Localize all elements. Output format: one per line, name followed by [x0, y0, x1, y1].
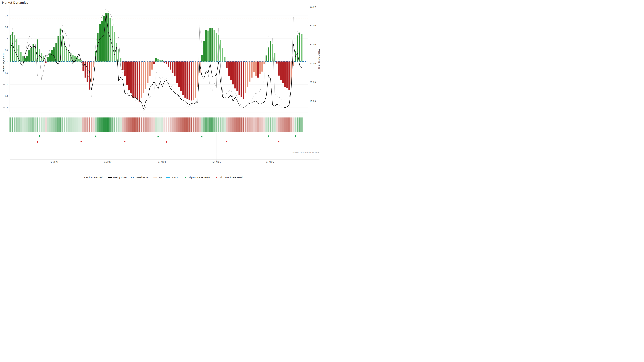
gridlines	[10, 6, 320, 160]
legend-item-bottom: Bottom	[166, 176, 179, 179]
legend-label: Bottom	[172, 176, 179, 179]
legend-label: Flip Up (Red→Green)	[189, 176, 210, 179]
legend-marker-raw-icon	[79, 176, 83, 179]
legend-label: Raw (unsmoothed)	[84, 176, 103, 179]
right-axis-label: Weekly Close Price	[318, 49, 320, 69]
page-title: Market Dynamics	[2, 1, 28, 4]
svg-text:−0.4: −0.4	[3, 83, 8, 86]
svg-text:−0.6: −0.6	[3, 95, 8, 97]
legend-item-raw: Raw (unsmoothed)	[79, 176, 103, 179]
svg-text:60.00: 60.00	[310, 5, 316, 8]
legend-label: Weekly Close	[113, 176, 126, 179]
svg-text:40.00: 40.00	[310, 43, 316, 46]
flip-down-markers	[36, 141, 280, 143]
svg-text:10.00: 10.00	[310, 100, 316, 102]
legend-label: Baseline (0)	[136, 176, 148, 179]
oscillator-bars	[10, 13, 302, 102]
heatmap-strip	[10, 117, 303, 132]
svg-text:20.00: 20.00	[310, 81, 316, 83]
x-axis: Jul 2023Jan 2024Jul 2024Jan 2025Jul 2025	[50, 133, 274, 163]
svg-text:0.4: 0.4	[5, 37, 8, 40]
legend-marker-flipdown-icon	[214, 176, 218, 179]
right-axis-ticks: 60.0050.0040.0030.0020.0010.00	[310, 5, 316, 102]
legend-marker-bottom-icon	[166, 176, 170, 179]
svg-text:0.6: 0.6	[5, 26, 8, 28]
legend-marker-top-icon	[153, 176, 157, 179]
svg-text:50.00: 50.00	[310, 24, 316, 27]
svg-text:−0.2: −0.2	[3, 72, 8, 74]
svg-text:0: 0	[7, 60, 8, 63]
legend-label: Flip Down (Green→Red)	[220, 176, 243, 179]
legend-item-top: Top	[153, 176, 162, 179]
svg-text:−0.8: −0.8	[3, 106, 8, 109]
legend-item-baseline: Baseline (0)	[131, 176, 148, 179]
x-tick-label: Jul 2024	[158, 161, 166, 163]
legend-marker-flipup-icon	[184, 176, 188, 179]
svg-text:0.2: 0.2	[5, 49, 8, 51]
svg-text:30.00: 30.00	[310, 62, 316, 65]
x-tick-label: Jan 2024	[104, 161, 112, 163]
legend-item-flipup: Flip Up (Red→Green)	[184, 176, 210, 179]
chart-canvas: Jul 2023Jan 2024Jul 2024Jan 2025Jul 2025…	[0, 0, 322, 181]
x-tick-label: Jul 2025	[266, 161, 274, 163]
x-tick-label: Jan 2025	[212, 161, 221, 163]
legend-marker-close-icon	[108, 176, 112, 179]
x-tick-label: Jul 2023	[50, 161, 58, 163]
legend-item-close: Weekly Close	[108, 176, 126, 179]
legend-label: Top	[158, 176, 162, 179]
legend-marker-baseline-icon	[131, 176, 135, 179]
flip-up-markers	[38, 135, 296, 137]
market-dynamics-figure: { "title": "Market Dynamics", "source": …	[0, 0, 322, 181]
legend-item-flipdown: Flip Down (Green→Red)	[214, 176, 243, 179]
svg-text:0.8: 0.8	[5, 14, 8, 17]
source-credit: source: sharemaestro.com	[292, 151, 320, 154]
left-axis-label: Market Dynamics	[2, 53, 5, 72]
chart-legend: Raw (unsmoothed)Weekly CloseBaseline (0)…	[0, 176, 322, 179]
